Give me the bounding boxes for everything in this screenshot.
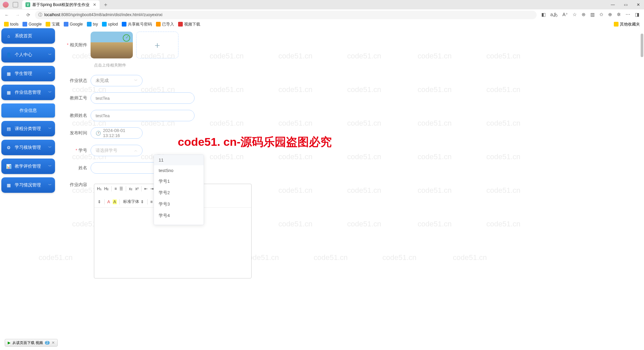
sidebar-toggle-icon[interactable]: ◨	[635, 12, 639, 18]
add-attachment-button[interactable]: ＋	[136, 32, 178, 58]
bookmark-uplod[interactable]: uplod	[102, 22, 118, 27]
attachment-thumbnail[interactable]	[91, 32, 133, 58]
url-path: :8080/springboott43m8/admin/dist/index.h…	[60, 12, 162, 17]
publish-time-picker[interactable]: 🕐 2024-08-01 13:12:16	[91, 127, 143, 139]
bookmark-baozang[interactable]: 宝藏	[46, 21, 60, 27]
dropdown-option[interactable]: 学号5	[154, 221, 204, 225]
sidebar-item-label: 教学评价管理	[15, 163, 41, 169]
sidebar-item-student[interactable]: ▦ 学生管理 ﹀	[1, 66, 55, 81]
sidebar-item-label: 学习模块管理	[15, 144, 41, 150]
bookmark-google2[interactable]: Google	[64, 22, 83, 27]
bookmark-video[interactable]: 视频下载	[178, 21, 200, 27]
translate-icon[interactable]: aあ	[550, 12, 558, 18]
close-icon[interactable]: ✕	[52, 341, 55, 345]
sidebar-item-label: 作业信息	[19, 107, 37, 114]
play-icon: ▶	[8, 341, 10, 345]
favorites-icon[interactable]: ✩	[599, 12, 603, 18]
tab-title: 基于Spring Boot框架的学生作业	[32, 2, 90, 8]
chevron-down-icon: ﹀	[134, 78, 138, 83]
bookmark-txy[interactable]: txy	[87, 22, 98, 27]
extension3-icon[interactable]: ✲	[617, 12, 621, 18]
grid-icon: ▦	[6, 90, 11, 95]
bookmark-import[interactable]: 已导入	[156, 21, 174, 27]
address-bar: ← → ⟳ ⓘ localhost:8080/springboott43m8/a…	[0, 9, 644, 20]
extension1-icon[interactable]: ⊛	[582, 12, 586, 18]
chevron-down-icon: ﹀	[48, 90, 52, 95]
site-info-icon[interactable]: ⓘ	[38, 12, 42, 18]
tool-subscript-icon[interactable]: x₂	[129, 186, 132, 191]
label-content: 作业内容	[63, 180, 91, 188]
tool-h1[interactable]: H₁	[97, 186, 102, 191]
teacher-id-value: testTea	[96, 96, 110, 101]
teacher-name-input[interactable]: testTea	[91, 110, 195, 121]
home-icon: ⌂	[6, 33, 11, 39]
sidebar-item-profile[interactable]: 👤 个人中心 ﹀	[1, 47, 55, 62]
collections-icon[interactable]: ▥	[590, 12, 595, 18]
close-icon[interactable]: ✕	[93, 2, 96, 7]
url-host: localhost	[44, 12, 60, 17]
student-id-select[interactable]: 请选择学号 ︿	[91, 145, 143, 156]
profile-avatar-icon[interactable]	[3, 2, 9, 8]
sidebar-item-learning-module[interactable]: ⚙ 学习模块管理 ﹀	[1, 140, 55, 155]
more-icon[interactable]: ⋯	[626, 12, 630, 18]
refresh-icon[interactable]: ⟳	[24, 11, 32, 19]
dropdown-option[interactable]: 学号1	[154, 176, 204, 187]
chevron-down-icon: ﹀	[48, 183, 52, 187]
teacher-id-input[interactable]: testTea	[91, 92, 195, 104]
tool-color-icon[interactable]: A	[107, 200, 110, 204]
dropdown-option[interactable]: 学号4	[154, 210, 204, 221]
tool-ul-icon[interactable]: ☰	[119, 186, 123, 191]
label-status: 作业状态	[63, 78, 91, 84]
dropdown-option[interactable]: 学号3	[154, 199, 204, 210]
bookmark-share[interactable]: 共享账号密码	[122, 21, 152, 27]
publish-time-value: 2024-08-01 13:12:16	[103, 128, 138, 138]
read-aloud-icon[interactable]: A⁺	[562, 12, 568, 18]
tool-size-select[interactable]: ⇕	[97, 199, 102, 205]
maximize-icon[interactable]: ▭	[623, 2, 629, 7]
forward-icon: →	[13, 11, 21, 19]
sidebar-item-evaluation[interactable]: 📊 教学评价管理 ﹀	[1, 159, 55, 174]
tool-bgcolor-icon[interactable]: A	[113, 200, 117, 204]
grid-icon: ▦	[6, 71, 11, 76]
bookmark-google1[interactable]: Google	[22, 22, 42, 27]
tool-superscript-icon[interactable]: x²	[135, 186, 139, 191]
bookmarks-bar: tools Google 宝藏 Google txy uplod 共享账号密码 …	[0, 20, 644, 28]
url-field[interactable]: ⓘ localhost:8080/springboott43m8/admin/d…	[35, 11, 537, 19]
upload-hint: 点击上传相关附件	[94, 62, 637, 68]
sidebar-item-learning-status[interactable]: ▦ 学习情况管理 ﹀	[1, 177, 55, 193]
tracking-icon[interactable]: ◧	[541, 12, 546, 18]
tool-align-icon[interactable]: ≡	[150, 200, 153, 204]
minimize-icon[interactable]: —	[610, 2, 616, 7]
download-bar[interactable]: ▶ 从该页面下载 视频 2 ✕	[5, 339, 58, 347]
sidebar-item-course-category[interactable]: ▤ 课程分类管理 ﹀	[1, 121, 55, 136]
extension2-icon[interactable]: ⊕	[608, 12, 612, 18]
chevron-down-icon: ﹀	[48, 126, 52, 131]
tool-font-select[interactable]: 标准字体 ⇕	[122, 198, 145, 205]
tool-ol-icon[interactable]: ≡	[114, 186, 117, 191]
status-select[interactable]: 未完成 ﹀	[91, 75, 143, 86]
favorite-icon[interactable]: ☆	[573, 12, 577, 18]
bookmark-tools[interactable]: tools	[4, 22, 18, 27]
grid-icon: ▦	[6, 182, 11, 188]
tab-actions-icon[interactable]	[13, 2, 18, 7]
vue-favicon-icon: V	[25, 2, 30, 7]
dropdown-option[interactable]: testSno	[154, 165, 204, 176]
back-icon[interactable]: ←	[3, 11, 11, 19]
sidebar-item-home[interactable]: ⌂ 系统首页	[1, 28, 55, 44]
tool-h2[interactable]: H₂	[104, 186, 109, 191]
titlebar: V 基于Spring Boot框架的学生作业 ✕ ＋ — ▭ ✕	[0, 0, 644, 9]
sidebar-item-label: 学生管理	[15, 71, 32, 77]
browser-tab[interactable]: V 基于Spring Boot框架的学生作业 ✕	[22, 0, 100, 9]
list-icon: ▤	[6, 126, 11, 131]
close-window-icon[interactable]: ✕	[635, 2, 641, 7]
tool-outdent-icon[interactable]: ⇤	[144, 186, 148, 191]
dropdown-option[interactable]: 学号2	[154, 187, 204, 199]
label-student-name: 姓名	[63, 165, 91, 171]
chevron-down-icon: ﹀	[48, 71, 52, 76]
sidebar-item-homework-info[interactable]: 作业信息	[1, 103, 55, 118]
other-bookmarks[interactable]: 其他收藏夹	[614, 21, 640, 27]
dropdown-option[interactable]: 11	[154, 155, 204, 165]
tool-indent-icon[interactable]: ⇥	[150, 186, 154, 191]
sidebar-item-homework-mgmt[interactable]: ▦ 作业信息管理 ﹀	[1, 85, 55, 100]
new-tab-button[interactable]: ＋	[103, 1, 108, 8]
